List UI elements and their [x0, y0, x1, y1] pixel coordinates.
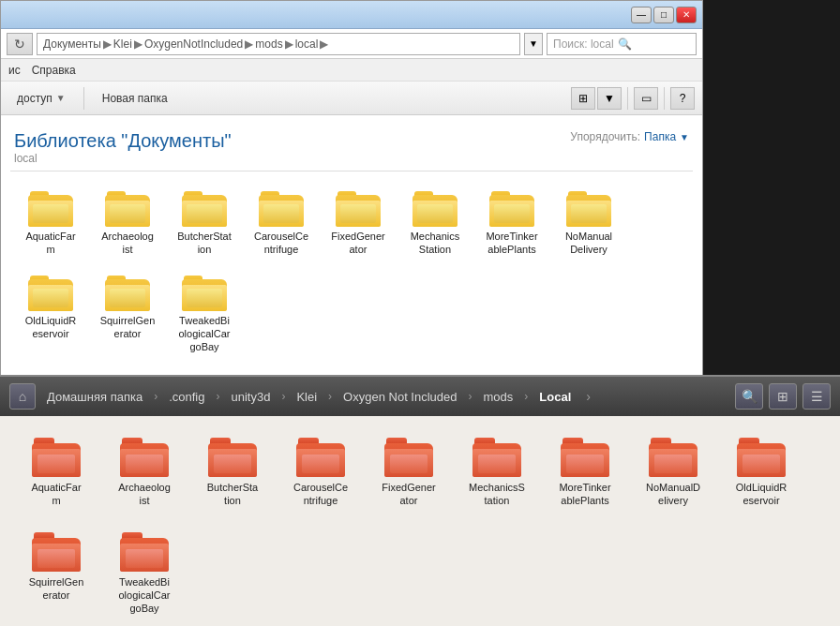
bottom-folder-oldliquidreservoir[interactable]: OldLiquidReservoir — [720, 427, 802, 516]
search-placeholder: Поиск: local — [553, 37, 614, 51]
maximize-button[interactable]: □ — [653, 7, 674, 23]
path-part-5: local — [295, 37, 319, 51]
bottom-folder-label-aquaticfarm: AquaticFarm — [31, 481, 81, 508]
breadcrumb-oni[interactable]: Oxygen Not Included — [338, 387, 462, 407]
folder-icon-oldliquidreservoir — [28, 274, 73, 311]
bottom-toolbar: ⌂ Домашняя папка › .config › unity3d › K… — [0, 377, 840, 416]
help-button[interactable]: ? — [670, 87, 695, 110]
toolbar: доступ ▼ Новая папка ⊞ ▼ ▭ ? — [1, 82, 702, 115]
breadcrumb-sep-4: › — [328, 390, 332, 403]
address-bar: ↻ Документы ▶ Klei ▶ OxygenNotIncluded ▶… — [1, 29, 702, 59]
new-folder-label: Новая папка — [102, 92, 168, 105]
bottom-folder-label-butcherstation: ButcherStation — [207, 481, 258, 508]
sort-value[interactable]: Папка — [644, 130, 676, 143]
path-part-3: OxygenNotIncluded — [144, 37, 243, 51]
folder-fixedgenerator[interactable]: FixedGenerator — [322, 183, 395, 263]
folder-mechanicsstation[interactable]: MechanicsStation — [398, 183, 472, 263]
folder-label-fixedgenerator: FixedGenerator — [331, 230, 384, 257]
breadcrumb-klei[interactable]: Klei — [291, 387, 322, 407]
bottom-folder-archaeologist[interactable]: Archaeologist — [103, 427, 186, 516]
breadcrumb-local[interactable]: Local — [533, 387, 577, 407]
library-title: Библиотека "Документы" — [14, 130, 232, 152]
sort-arrow-icon[interactable]: ▼ — [680, 132, 689, 142]
bottom-folder-aquaticfarm[interactable]: AquaticFarm — [15, 427, 98, 516]
folder-squirrelgenerator[interactable]: SquirrelGenerator — [91, 267, 164, 361]
folder-label-archaeologist: Archaeologist — [101, 230, 154, 257]
view-icons: ⊞ ▼ ▭ ? — [571, 87, 695, 110]
breadcrumb-more-icon[interactable]: › — [582, 389, 594, 404]
home-icon: ⌂ — [19, 389, 26, 404]
library-header: Библиотека "Документы" local Упорядочить… — [10, 125, 693, 171]
view-grid-button[interactable]: ⊞ — [769, 383, 797, 410]
view-grid-button[interactable]: ⊞ — [571, 87, 595, 110]
menu-item-help[interactable]: Справка — [32, 64, 76, 77]
view-separator — [627, 87, 628, 110]
folder-carouselcentrifuge[interactable]: CarouselCentrifuge — [245, 183, 318, 263]
view-dropdown-button[interactable]: ▼ — [597, 87, 622, 110]
bottom-folder-icon-butcherstation — [208, 436, 257, 477]
folder-oldliquidreservoir[interactable]: OldLiquidReservoir — [14, 267, 87, 361]
bottom-folder-icon-fixedgenerator — [384, 436, 433, 477]
bottom-folder-fixedgenerator[interactable]: FixedGenerator — [368, 427, 450, 516]
explorer-body: Библиотека "Документы" local Упорядочить… — [1, 115, 702, 415]
bottom-folder-icon-squirrelgenerator — [32, 530, 81, 572]
path-part-2: Klei — [113, 37, 132, 51]
breadcrumb-sep-6: › — [524, 390, 528, 403]
breadcrumb-sep-2: › — [216, 390, 219, 403]
bottom-folder-mechanicsstation[interactable]: MechanicsStation — [456, 427, 538, 516]
home-button[interactable]: ⌂ — [9, 383, 36, 410]
folder-label-aquaticfarm: AquaticFarm — [25, 230, 75, 257]
title-bar-buttons: — □ ✕ — [631, 7, 697, 23]
menu-button[interactable]: ☰ — [802, 383, 831, 410]
folder-aquaticfarm[interactable]: AquaticFarm — [14, 183, 87, 263]
folder-icon-nomanualdelivery — [566, 189, 611, 227]
folder-label-squirrelgenerator: SquirrelGenerator — [100, 314, 156, 341]
folder-moretinkerable[interactable]: MoreTinkerablePlants — [475, 183, 548, 263]
title-bar: — □ ✕ — [1, 1, 702, 29]
bottom-folder-butcherstation[interactable]: ButcherStation — [191, 427, 274, 516]
new-folder-button[interactable]: Новая папка — [94, 87, 176, 110]
path-part-1: Документы — [43, 37, 101, 51]
bottom-folder-label-moretinkerable: MoreTinkerablePlants — [559, 481, 610, 508]
back-button[interactable]: ↻ — [7, 33, 33, 55]
folder-icon-carouselcentrifuge — [259, 189, 304, 227]
view-separator2 — [664, 87, 665, 110]
folder-butcherstation[interactable]: ButcherStation — [168, 183, 241, 263]
breadcrumb-home[interactable]: Домашняя папка — [41, 387, 148, 407]
preview-button[interactable]: ▭ — [634, 87, 658, 110]
bottom-folder-icon-nomanualdelivery — [649, 436, 698, 477]
bottom-file-grid: AquaticFarm Archaeologist ButcherStation — [0, 416, 840, 626]
bottom-folder-squirrelgenerator[interactable]: SquirrelGenerator — [15, 522, 98, 624]
folder-nomanualdelivery[interactable]: NoManualDelivery — [552, 183, 625, 263]
search-icon[interactable]: 🔍 — [618, 37, 632, 51]
address-path[interactable]: Документы ▶ Klei ▶ OxygenNotIncluded ▶ m… — [37, 33, 520, 55]
search-box[interactable]: Поиск: local 🔍 — [547, 33, 697, 55]
close-button[interactable]: ✕ — [676, 7, 697, 23]
folder-tweakedbio[interactable]: TweakedBiologicalCargoBay — [168, 267, 241, 361]
address-dropdown[interactable]: ▼ — [524, 33, 543, 55]
path-part-4: mods — [255, 37, 282, 51]
bottom-folder-moretinkerable[interactable]: MoreTinkerablePlants — [544, 427, 626, 516]
folder-icon-fixedgenerator — [336, 189, 381, 227]
menu-item-organize[interactable]: ис — [8, 64, 21, 77]
folder-icon-aquaticfarm — [28, 189, 73, 227]
folder-icon-archaeologist — [105, 189, 150, 227]
folder-archaeologist[interactable]: Archaeologist — [91, 183, 164, 263]
search-button[interactable]: 🔍 — [735, 383, 763, 410]
sort-control: Упорядочить: Папка ▼ — [570, 130, 689, 143]
breadcrumb-mods[interactable]: mods — [478, 387, 519, 407]
breadcrumb-sep-1: › — [154, 390, 158, 403]
bottom-folder-label-oldliquidreservoir: OldLiquidReservoir — [736, 481, 787, 508]
breadcrumb-unity[interactable]: unity3d — [225, 387, 276, 407]
folder-label-tweakedbio: TweakedBiologicalCargoBay — [178, 314, 230, 354]
breadcrumb-config[interactable]: .config — [163, 387, 210, 407]
bottom-folder-nomanualdelivery[interactable]: NoManualDelivery — [632, 427, 714, 516]
minimize-button[interactable]: — — [631, 7, 652, 23]
folder-label-nomanualdelivery: NoManualDelivery — [565, 230, 612, 257]
bottom-folder-tweakedbio[interactable]: TweakedBiologicalCargoBay — [103, 522, 186, 624]
bottom-folder-label-tweakedbio: TweakedBiologicalCargoBay — [118, 575, 170, 616]
access-button[interactable]: доступ ▼ — [8, 87, 74, 110]
sort-label: Упорядочить: — [570, 130, 640, 143]
folder-icon-moretinkerable — [489, 189, 534, 227]
bottom-folder-carouselcentrifuge[interactable]: CarouselCentrifuge — [279, 427, 362, 516]
